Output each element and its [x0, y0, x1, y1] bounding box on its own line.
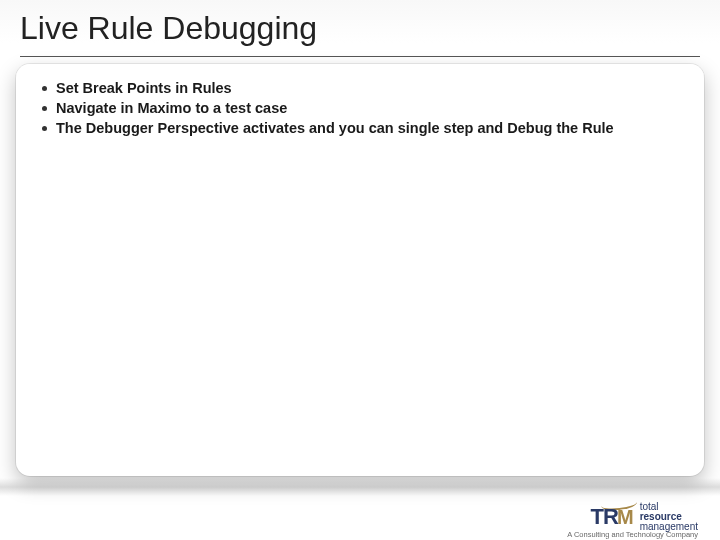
logo-text: total resource management	[640, 502, 698, 532]
list-item: Set Break Points in Rules	[40, 78, 680, 98]
bullet-list: Set Break Points in Rules Navigate in Ma…	[40, 78, 680, 138]
logo-tagline: A Consulting and Technology Company	[567, 530, 698, 539]
title-area: Live Rule Debugging	[20, 4, 700, 57]
slide: Live Rule Debugging Set Break Points in …	[0, 0, 720, 540]
logo-letter-r: R	[603, 504, 619, 530]
logo-mark: T R M	[591, 504, 634, 530]
logo-letter-m: M	[617, 506, 634, 529]
content-panel: Set Break Points in Rules Navigate in Ma…	[16, 64, 704, 476]
list-item: Navigate in Maximo to a test case	[40, 98, 680, 118]
logo: T R M total resource management	[591, 502, 698, 532]
logo-letter-t: T	[591, 504, 603, 530]
slide-title: Live Rule Debugging	[20, 4, 700, 52]
footer: T R M total resource management A Consul…	[0, 492, 720, 540]
list-item: The Debugger Perspective activates and y…	[40, 118, 680, 138]
